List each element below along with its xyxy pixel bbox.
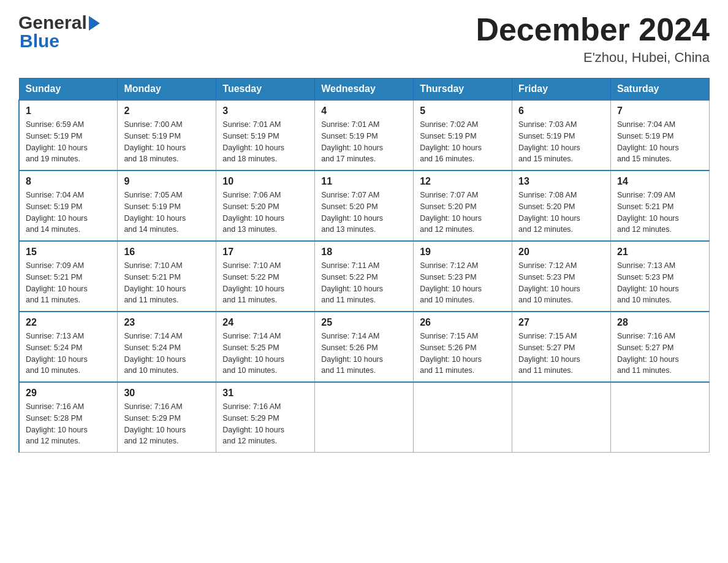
calendar-day-cell: 4 Sunrise: 7:01 AM Sunset: 5:19 PM Dayli…	[315, 100, 414, 170]
day-number: 17	[222, 247, 308, 258]
calendar-table: SundayMondayTuesdayWednesdayThursdayFrid…	[18, 78, 710, 453]
day-number: 4	[321, 105, 407, 117]
calendar-day-cell: 27 Sunrise: 7:15 AM Sunset: 5:27 PM Dayl…	[512, 312, 611, 382]
day-number: 10	[222, 176, 308, 187]
day-number: 22	[26, 317, 111, 328]
day-info: Sunrise: 7:06 AM Sunset: 5:20 PM Dayligh…	[222, 190, 308, 236]
day-number: 7	[617, 105, 703, 117]
day-number: 14	[617, 176, 703, 187]
day-info: Sunrise: 7:16 AM Sunset: 5:27 PM Dayligh…	[617, 331, 703, 377]
calendar-day-cell: 6 Sunrise: 7:03 AM Sunset: 5:19 PM Dayli…	[512, 100, 611, 170]
day-number: 1	[26, 105, 111, 117]
day-info: Sunrise: 7:12 AM Sunset: 5:23 PM Dayligh…	[420, 260, 506, 306]
day-info: Sunrise: 6:59 AM Sunset: 5:19 PM Dayligh…	[26, 119, 111, 165]
logo-triangle-icon	[89, 16, 100, 31]
logo-general-text: General	[18, 12, 87, 33]
day-number: 13	[518, 176, 604, 187]
day-info: Sunrise: 7:08 AM Sunset: 5:20 PM Dayligh…	[518, 190, 604, 236]
calendar-day-cell: 26 Sunrise: 7:15 AM Sunset: 5:26 PM Dayl…	[414, 312, 512, 382]
day-number: 21	[617, 247, 703, 258]
calendar-day-cell: 17 Sunrise: 7:10 AM Sunset: 5:22 PM Dayl…	[216, 241, 315, 312]
calendar-day-cell: 25 Sunrise: 7:14 AM Sunset: 5:26 PM Dayl…	[315, 312, 414, 382]
day-info: Sunrise: 7:09 AM Sunset: 5:21 PM Dayligh…	[26, 260, 111, 306]
day-info: Sunrise: 7:10 AM Sunset: 5:21 PM Dayligh…	[124, 260, 210, 306]
day-info: Sunrise: 7:14 AM Sunset: 5:24 PM Dayligh…	[124, 331, 210, 377]
day-number: 5	[420, 105, 506, 117]
day-info: Sunrise: 7:13 AM Sunset: 5:23 PM Dayligh…	[617, 260, 703, 306]
calendar-day-cell: 23 Sunrise: 7:14 AM Sunset: 5:24 PM Dayl…	[118, 312, 216, 382]
calendar-day-cell: 20 Sunrise: 7:12 AM Sunset: 5:23 PM Dayl…	[512, 241, 611, 312]
day-info: Sunrise: 7:15 AM Sunset: 5:27 PM Dayligh…	[518, 331, 604, 377]
day-number: 8	[26, 176, 111, 187]
calendar-day-cell	[414, 382, 512, 453]
calendar-day-cell: 22 Sunrise: 7:13 AM Sunset: 5:24 PM Dayl…	[19, 312, 118, 382]
day-info: Sunrise: 7:10 AM Sunset: 5:22 PM Dayligh…	[222, 260, 308, 306]
day-number: 31	[222, 388, 308, 399]
calendar-day-cell: 12 Sunrise: 7:07 AM Sunset: 5:20 PM Dayl…	[414, 170, 512, 241]
day-info: Sunrise: 7:13 AM Sunset: 5:24 PM Dayligh…	[26, 331, 111, 377]
day-number: 30	[124, 388, 210, 399]
day-number: 11	[321, 176, 407, 187]
calendar-day-cell: 28 Sunrise: 7:16 AM Sunset: 5:27 PM Dayl…	[611, 312, 710, 382]
calendar-header-saturday: Saturday	[611, 79, 710, 101]
day-number: 15	[26, 247, 111, 258]
calendar-week-row: 8 Sunrise: 7:04 AM Sunset: 5:19 PM Dayli…	[19, 170, 710, 241]
day-info: Sunrise: 7:09 AM Sunset: 5:21 PM Dayligh…	[617, 190, 703, 236]
calendar-day-cell: 8 Sunrise: 7:04 AM Sunset: 5:19 PM Dayli…	[19, 170, 118, 241]
logo: General Blue	[18, 12, 100, 52]
calendar-header-monday: Monday	[118, 79, 216, 101]
day-info: Sunrise: 7:14 AM Sunset: 5:26 PM Dayligh…	[321, 331, 407, 377]
calendar-header-sunday: Sunday	[19, 79, 118, 101]
day-info: Sunrise: 7:07 AM Sunset: 5:20 PM Dayligh…	[420, 190, 506, 236]
day-info: Sunrise: 7:04 AM Sunset: 5:19 PM Dayligh…	[617, 119, 703, 165]
calendar-day-cell: 19 Sunrise: 7:12 AM Sunset: 5:23 PM Dayl…	[414, 241, 512, 312]
calendar-day-cell: 18 Sunrise: 7:11 AM Sunset: 5:22 PM Dayl…	[315, 241, 414, 312]
day-number: 29	[26, 388, 111, 399]
calendar-header-thursday: Thursday	[414, 79, 512, 101]
calendar-day-cell: 16 Sunrise: 7:10 AM Sunset: 5:21 PM Dayl…	[118, 241, 216, 312]
day-number: 3	[222, 105, 308, 117]
day-info: Sunrise: 7:12 AM Sunset: 5:23 PM Dayligh…	[518, 260, 604, 306]
day-info: Sunrise: 7:11 AM Sunset: 5:22 PM Dayligh…	[321, 260, 407, 306]
calendar-header-tuesday: Tuesday	[216, 79, 315, 101]
day-number: 20	[518, 247, 604, 258]
day-info: Sunrise: 7:16 AM Sunset: 5:29 PM Dayligh…	[124, 401, 210, 447]
day-info: Sunrise: 7:00 AM Sunset: 5:19 PM Dayligh…	[124, 119, 210, 165]
calendar-day-cell	[611, 382, 710, 453]
calendar-day-cell: 24 Sunrise: 7:14 AM Sunset: 5:25 PM Dayl…	[216, 312, 315, 382]
calendar-day-cell: 2 Sunrise: 7:00 AM Sunset: 5:19 PM Dayli…	[118, 100, 216, 170]
calendar-day-cell: 14 Sunrise: 7:09 AM Sunset: 5:21 PM Dayl…	[611, 170, 710, 241]
calendar-day-cell: 10 Sunrise: 7:06 AM Sunset: 5:20 PM Dayl…	[216, 170, 315, 241]
day-info: Sunrise: 7:15 AM Sunset: 5:26 PM Dayligh…	[420, 331, 506, 377]
month-title: December 2024	[476, 12, 710, 47]
day-number: 2	[124, 105, 210, 117]
location-text: E'zhou, Hubei, China	[476, 50, 710, 66]
day-number: 28	[617, 317, 703, 328]
calendar-day-cell: 29 Sunrise: 7:16 AM Sunset: 5:28 PM Dayl…	[19, 382, 118, 453]
calendar-day-cell: 30 Sunrise: 7:16 AM Sunset: 5:29 PM Dayl…	[118, 382, 216, 453]
day-number: 16	[124, 247, 210, 258]
title-area: December 2024 E'zhou, Hubei, China	[476, 12, 710, 66]
day-info: Sunrise: 7:14 AM Sunset: 5:25 PM Dayligh…	[222, 331, 308, 377]
calendar-day-cell: 3 Sunrise: 7:01 AM Sunset: 5:19 PM Dayli…	[216, 100, 315, 170]
day-info: Sunrise: 7:16 AM Sunset: 5:29 PM Dayligh…	[222, 401, 308, 447]
calendar-week-row: 15 Sunrise: 7:09 AM Sunset: 5:21 PM Dayl…	[19, 241, 710, 312]
calendar-header-row: SundayMondayTuesdayWednesdayThursdayFrid…	[19, 79, 710, 101]
calendar-day-cell: 21 Sunrise: 7:13 AM Sunset: 5:23 PM Dayl…	[611, 241, 710, 312]
calendar-day-cell	[512, 382, 611, 453]
calendar-day-cell	[315, 382, 414, 453]
page-header: General Blue December 2024 E'zhou, Hubei…	[18, 12, 710, 66]
day-number: 27	[518, 317, 604, 328]
day-number: 12	[420, 176, 506, 187]
day-number: 26	[420, 317, 506, 328]
calendar-week-row: 29 Sunrise: 7:16 AM Sunset: 5:28 PM Dayl…	[19, 382, 710, 453]
day-info: Sunrise: 7:02 AM Sunset: 5:19 PM Dayligh…	[420, 119, 506, 165]
day-info: Sunrise: 7:01 AM Sunset: 5:19 PM Dayligh…	[321, 119, 407, 165]
calendar-day-cell: 5 Sunrise: 7:02 AM Sunset: 5:19 PM Dayli…	[414, 100, 512, 170]
day-info: Sunrise: 7:07 AM Sunset: 5:20 PM Dayligh…	[321, 190, 407, 236]
day-info: Sunrise: 7:04 AM Sunset: 5:19 PM Dayligh…	[26, 190, 111, 236]
calendar-week-row: 1 Sunrise: 6:59 AM Sunset: 5:19 PM Dayli…	[19, 100, 710, 170]
day-info: Sunrise: 7:03 AM Sunset: 5:19 PM Dayligh…	[518, 119, 604, 165]
day-number: 19	[420, 247, 506, 258]
day-info: Sunrise: 7:05 AM Sunset: 5:19 PM Dayligh…	[124, 190, 210, 236]
